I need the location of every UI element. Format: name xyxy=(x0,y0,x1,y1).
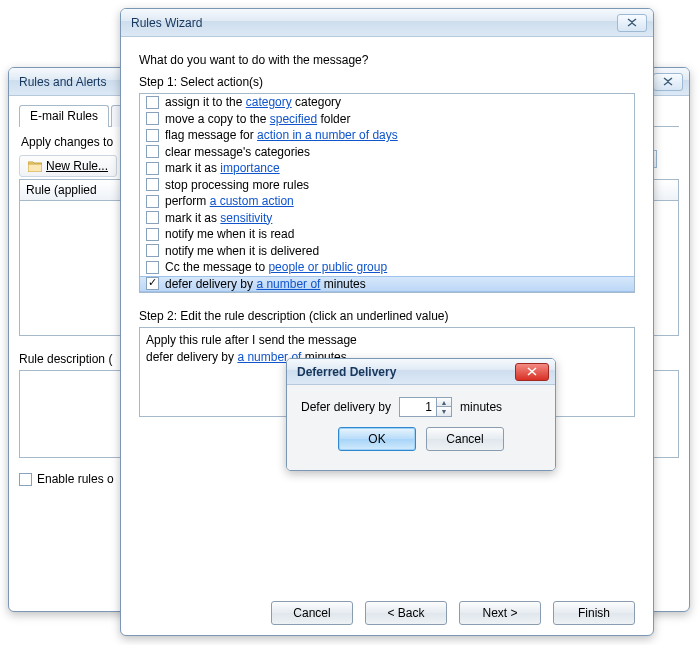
desc-line-1: Apply this rule after I send the message xyxy=(146,332,628,349)
action-label: notify me when it is read xyxy=(165,226,294,242)
enable-rules-label: Enable rules o xyxy=(37,472,114,486)
wizard-step2-label: Step 2: Edit the rule description (click… xyxy=(139,309,635,323)
defer-minutes-input[interactable] xyxy=(399,397,437,417)
wizard-close-button[interactable] xyxy=(617,14,647,32)
defer-title: Deferred Delivery xyxy=(297,365,515,379)
action-checkbox[interactable] xyxy=(146,112,159,125)
action-label: stop processing more rules xyxy=(165,177,309,193)
action-checkbox[interactable] xyxy=(146,195,159,208)
action-checkbox[interactable] xyxy=(146,178,159,191)
action-label: perform a custom action xyxy=(165,193,294,209)
action-link[interactable]: category xyxy=(246,95,292,109)
back-button[interactable]: < Back xyxy=(365,601,447,625)
action-label: notify me when it is delivered xyxy=(165,243,319,259)
action-link[interactable]: action in a number of days xyxy=(257,128,398,142)
cancel-button[interactable]: Cancel xyxy=(271,601,353,625)
enable-rules-checkbox[interactable] xyxy=(19,473,32,486)
action-label: flag message for action in a number of d… xyxy=(165,127,398,143)
action-row[interactable]: clear message's categories xyxy=(140,144,634,161)
new-rule-button[interactable]: New Rule... xyxy=(19,155,117,177)
action-row[interactable]: notify me when it is read xyxy=(140,226,634,243)
defer-label: Defer delivery by xyxy=(301,400,391,414)
spinner-up-icon[interactable]: ▲ xyxy=(437,398,451,407)
action-checkbox[interactable] xyxy=(146,244,159,257)
svg-rect-0 xyxy=(28,164,42,172)
deferred-delivery-dialog: Deferred Delivery Defer delivery by ▲ ▼ … xyxy=(286,358,556,471)
defer-ok-button[interactable]: OK xyxy=(338,427,416,451)
actions-list[interactable]: assign it to the category categorymove a… xyxy=(139,93,635,293)
close-icon xyxy=(526,367,538,376)
action-row[interactable]: mark it as sensitivity xyxy=(140,210,634,227)
folder-icon xyxy=(28,160,42,172)
action-link[interactable]: a custom action xyxy=(210,194,294,208)
action-row[interactable]: move a copy to the specified folder xyxy=(140,111,634,128)
action-checkbox[interactable] xyxy=(146,145,159,158)
rules-wizard-window: Rules Wizard What do you want to do with… xyxy=(120,8,654,636)
wizard-titlebar[interactable]: Rules Wizard xyxy=(121,9,653,37)
defer-titlebar[interactable]: Deferred Delivery xyxy=(287,359,555,385)
action-row[interactable]: notify me when it is delivered xyxy=(140,243,634,260)
action-checkbox[interactable] xyxy=(146,96,159,109)
action-row[interactable]: perform a custom action xyxy=(140,193,634,210)
defer-close-button[interactable] xyxy=(515,363,549,381)
next-button[interactable]: Next > xyxy=(459,601,541,625)
desc-line2-pre: defer delivery by xyxy=(146,350,237,364)
finish-button[interactable]: Finish xyxy=(553,601,635,625)
action-row[interactable]: stop processing more rules xyxy=(140,177,634,194)
action-label: defer delivery by a number of minutes xyxy=(165,276,366,292)
action-label: Cc the message to people or public group xyxy=(165,259,387,275)
action-checkbox[interactable] xyxy=(146,129,159,142)
close-icon xyxy=(663,77,674,86)
action-row[interactable]: assign it to the category category xyxy=(140,94,634,111)
action-label: clear message's categories xyxy=(165,144,310,160)
close-icon xyxy=(627,18,638,27)
action-link[interactable]: sensitivity xyxy=(220,211,272,225)
action-label: assign it to the category category xyxy=(165,94,341,110)
action-checkbox[interactable] xyxy=(146,261,159,274)
defer-unit: minutes xyxy=(460,400,502,414)
tab-email-rules[interactable]: E-mail Rules xyxy=(19,105,109,127)
wizard-footer: Cancel < Back Next > Finish xyxy=(139,589,635,625)
wizard-step1-label: Step 1: Select action(s) xyxy=(139,75,635,89)
action-checkbox[interactable] xyxy=(146,277,159,290)
action-row[interactable]: Cc the message to people or public group xyxy=(140,259,634,276)
wizard-title: Rules Wizard xyxy=(131,16,617,30)
action-label: mark it as sensitivity xyxy=(165,210,272,226)
action-link[interactable]: importance xyxy=(220,161,279,175)
minutes-spinner[interactable]: ▲ ▼ xyxy=(436,397,452,417)
action-checkbox[interactable] xyxy=(146,162,159,175)
spinner-down-icon[interactable]: ▼ xyxy=(437,407,451,416)
action-row[interactable]: mark it as importance xyxy=(140,160,634,177)
action-label: mark it as importance xyxy=(165,160,280,176)
action-row[interactable]: defer delivery by a number of minutes xyxy=(140,276,634,293)
wizard-heading: What do you want to do with the message? xyxy=(139,53,635,67)
action-link[interactable]: a number of xyxy=(256,277,320,291)
action-checkbox[interactable] xyxy=(146,211,159,224)
action-label: move a copy to the specified folder xyxy=(165,111,350,127)
defer-cancel-button[interactable]: Cancel xyxy=(426,427,504,451)
new-rule-label: New Rule... xyxy=(46,159,108,173)
action-checkbox[interactable] xyxy=(146,228,159,241)
rules-alerts-close-button[interactable] xyxy=(653,73,683,91)
action-row[interactable]: flag message for action in a number of d… xyxy=(140,127,634,144)
action-link[interactable]: specified xyxy=(270,112,317,126)
action-link[interactable]: people or public group xyxy=(268,260,387,274)
